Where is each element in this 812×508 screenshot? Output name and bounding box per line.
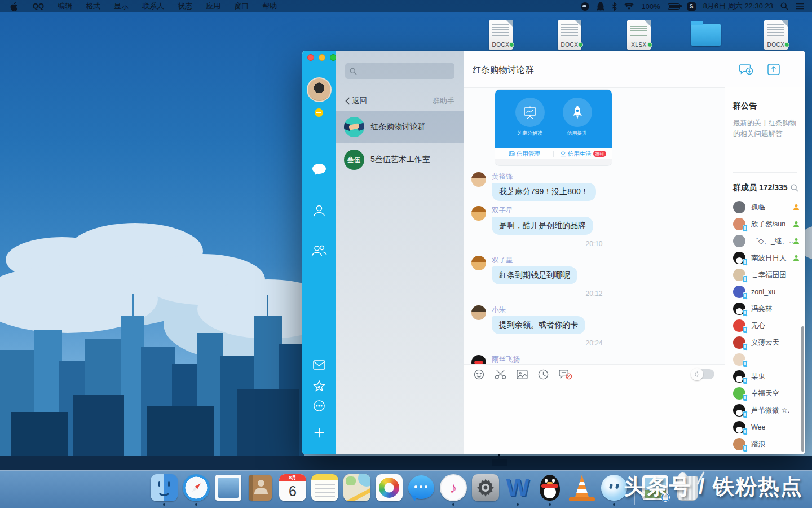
member-row-9[interactable]: 义薄云天 bbox=[733, 334, 805, 351]
sender-avatar[interactable] bbox=[471, 206, 486, 221]
user-avatar[interactable] bbox=[307, 77, 332, 102]
dock-itunes-icon[interactable]: ♪ bbox=[438, 474, 469, 505]
conversation-panel: 返回 群助手 红条购物讨论群叁伍5叁伍艺术工作室 bbox=[336, 51, 464, 454]
member-row-2[interactable]: 欣子然/sun bbox=[733, 216, 805, 233]
share-button[interactable] bbox=[767, 63, 780, 78]
menubar-clock[interactable]: 8月6日 周六 22:30:23 bbox=[703, 1, 773, 11]
menubar-item-7[interactable]: 应用 bbox=[199, 2, 227, 10]
menubar-item-8[interactable]: 窗口 bbox=[227, 2, 255, 10]
desktop-icon-folder[interactable] bbox=[690, 20, 722, 46]
sender-avatar[interactable] bbox=[471, 172, 486, 187]
input-bubble-status-icon[interactable] bbox=[581, 2, 589, 11]
spotlight-search-icon[interactable] bbox=[780, 2, 788, 10]
member-row-6[interactable]: zoni_xu bbox=[733, 283, 805, 300]
back-button[interactable]: 返回 bbox=[345, 96, 367, 106]
desktop-icon-xlsx-3[interactable]: XLSX bbox=[623, 20, 655, 50]
conversation-item-1[interactable]: 红条购物讨论群 bbox=[336, 111, 464, 143]
message-history-button[interactable] bbox=[538, 369, 549, 380]
menubar-item-9[interactable]: 帮助 bbox=[255, 2, 284, 10]
search-input[interactable] bbox=[360, 67, 451, 76]
member-avatar bbox=[733, 438, 745, 450]
dock-mail-icon[interactable] bbox=[213, 474, 244, 505]
card-feature[interactable]: 信用提升 bbox=[563, 98, 592, 148]
dock-photos-icon[interactable] bbox=[374, 474, 404, 505]
menubar-item-2[interactable]: 编辑 bbox=[51, 2, 79, 10]
menubar-item-6[interactable]: 状态 bbox=[171, 2, 199, 10]
member-row-11[interactable]: 某鬼 bbox=[733, 368, 805, 385]
menubar-item-4[interactable]: 显示 bbox=[107, 2, 135, 10]
desktop-icon-docx-2[interactable]: DOCX bbox=[554, 20, 585, 50]
dock-row: 8月6♪W bbox=[149, 474, 703, 505]
group-assistant-label[interactable]: 群助手 bbox=[433, 96, 454, 106]
mail-shortcut[interactable] bbox=[302, 360, 336, 370]
card-feature[interactable]: 芝麻分解读 bbox=[515, 98, 545, 148]
minimize-button[interactable] bbox=[319, 54, 325, 61]
chat-message-area[interactable]: 芝麻分解读 信用提升 信用管理 bbox=[464, 87, 725, 364]
dock-contacts-icon[interactable] bbox=[245, 474, 276, 505]
screenshot-button[interactable] bbox=[495, 369, 506, 380]
shared-image-card[interactable]: 芝麻分解读 信用提升 信用管理 bbox=[495, 90, 612, 165]
credit-manage-link[interactable]: 信用管理 bbox=[495, 150, 553, 158]
wifi-icon[interactable] bbox=[624, 3, 634, 10]
voice-toggle[interactable] bbox=[691, 369, 714, 379]
dock-notes-icon[interactable] bbox=[310, 474, 340, 505]
member-row-10[interactable] bbox=[733, 351, 805, 368]
member-row-7[interactable]: 冯奕林 bbox=[733, 300, 805, 317]
messages-tab[interactable] bbox=[302, 163, 336, 176]
member-row-3[interactable]: ゛◇、_继、… bbox=[733, 233, 805, 249]
sender-avatar[interactable] bbox=[471, 305, 486, 320]
menubar-item-5[interactable]: 联系人 bbox=[135, 2, 171, 10]
dock-finder-icon[interactable] bbox=[149, 474, 179, 505]
more-menu[interactable] bbox=[302, 400, 336, 412]
bluetooth-icon[interactable] bbox=[612, 2, 617, 11]
notification-center-icon[interactable] bbox=[796, 3, 804, 10]
member-row-1[interactable]: 孤临 bbox=[733, 199, 805, 216]
dock-messages-icon[interactable] bbox=[406, 474, 436, 505]
mute-notifications-button[interactable] bbox=[559, 369, 572, 380]
dock-qq-icon[interactable] bbox=[535, 474, 565, 505]
member-search-button[interactable] bbox=[791, 184, 798, 192]
desktop-icon-docx-5[interactable]: DOCX bbox=[760, 20, 792, 50]
conversation-item-2[interactable]: 叁伍5叁伍艺术工作室 bbox=[336, 143, 464, 176]
menubar-item-1[interactable]: QQ bbox=[26, 2, 51, 10]
away-status-icon[interactable] bbox=[315, 108, 323, 117]
groups-tab[interactable] bbox=[302, 243, 336, 258]
dock-vlc-icon[interactable] bbox=[567, 474, 597, 505]
dock-calendar-icon[interactable]: 8月6 bbox=[277, 474, 308, 505]
member-row-8[interactable]: 无心 bbox=[733, 317, 805, 334]
close-button[interactable] bbox=[307, 54, 314, 61]
running-indicator bbox=[452, 503, 454, 506]
menubar-item-3[interactable]: 格式 bbox=[79, 2, 107, 10]
dock-preferences-icon[interactable] bbox=[470, 474, 501, 505]
search-field[interactable] bbox=[345, 63, 454, 79]
contacts-tab[interactable] bbox=[302, 203, 336, 218]
member-row-13[interactable]: 芦苇微微 ☆. bbox=[733, 402, 805, 419]
qzone-shortcut[interactable] bbox=[302, 380, 336, 392]
card-footer bbox=[495, 159, 612, 165]
apple-menu[interactable] bbox=[10, 2, 18, 11]
dock-word-icon[interactable]: W bbox=[502, 474, 533, 505]
owner-role-icon bbox=[793, 204, 800, 211]
sogou-s-icon[interactable]: S bbox=[687, 2, 696, 11]
qq-status-icon[interactable] bbox=[597, 2, 604, 11]
emoji-button[interactable] bbox=[474, 369, 484, 380]
sender-avatar[interactable] bbox=[471, 256, 486, 270]
send-image-button[interactable] bbox=[517, 370, 528, 379]
dock-safari-icon[interactable] bbox=[181, 474, 211, 505]
desktop-icon-docx-1[interactable]: DOCX bbox=[485, 20, 517, 50]
dock-maps-icon[interactable] bbox=[342, 474, 372, 505]
member-name: 芦苇微微 ☆. bbox=[751, 406, 789, 415]
add-button[interactable] bbox=[302, 427, 336, 439]
member-row-4[interactable]: 南波日日人 bbox=[733, 249, 805, 266]
member-row-5[interactable]: こ幸福囝囝 bbox=[733, 266, 805, 283]
member-row-12[interactable]: 幸福天空 bbox=[733, 385, 805, 402]
credit-life-link[interactable]: 信用生活 福利 bbox=[554, 150, 612, 158]
create-chat-button[interactable] bbox=[739, 63, 753, 78]
image-icon bbox=[517, 370, 528, 379]
scrollbar-thumb[interactable] bbox=[801, 326, 804, 452]
message-input[interactable] bbox=[464, 384, 725, 454]
sender-avatar[interactable] bbox=[471, 355, 486, 364]
member-row-14[interactable]: Wee bbox=[733, 419, 805, 436]
member-row-16[interactable]: Anthin bbox=[733, 453, 805, 454]
member-row-15[interactable]: 踏浪 bbox=[733, 436, 805, 453]
